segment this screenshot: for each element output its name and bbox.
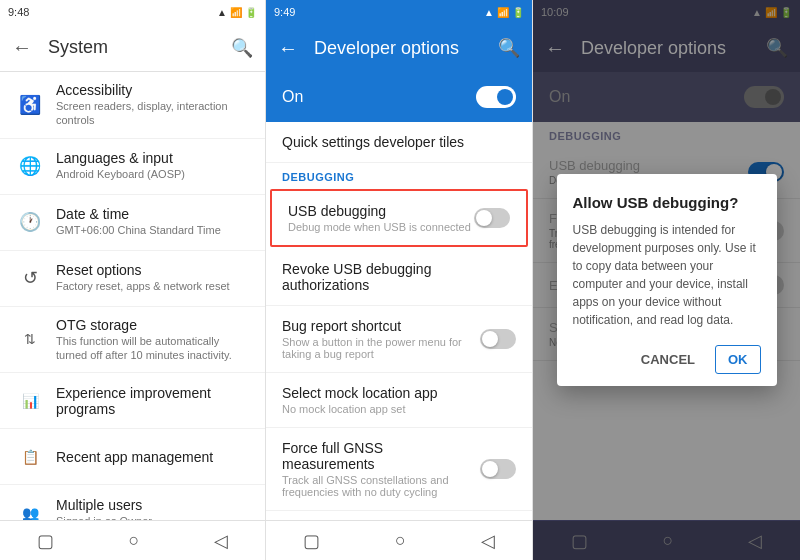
experience-icon: 📊 <box>16 387 44 415</box>
multiuser-title: Multiple users <box>56 497 249 513</box>
otg-subtitle: This function will be automatically turn… <box>56 334 249 363</box>
dialog-overlay: Allow USB debugging? USB debugging is in… <box>533 0 800 560</box>
accessibility-title: Accessibility <box>56 82 249 98</box>
nav-circle-icon[interactable]: ○ <box>129 530 140 551</box>
recentapp-title: Recent app management <box>56 449 249 465</box>
experience-title: Experience improvement programs <box>56 385 249 417</box>
middle-status-icons: ▲ 📶 🔋 <box>484 7 524 18</box>
revoke-usb-item[interactable]: Revoke USB debugging authorizations <box>266 249 532 306</box>
sidebar-item-languages[interactable]: 🌐 Languages & input Android Keyboard (AO… <box>0 139 265 195</box>
mid-signal-icon: ▲ <box>484 7 494 18</box>
usb-debug-toggle[interactable] <box>474 208 510 228</box>
signal-icon: ▲ <box>217 7 227 18</box>
reset-icon: ↺ <box>16 264 44 292</box>
languages-icon: 🌐 <box>16 152 44 180</box>
left-time: 9:48 <box>8 6 29 18</box>
gnss-title: Force full GNSS measurements <box>282 440 472 472</box>
mid-battery-icon: 🔋 <box>512 7 524 18</box>
sidebar-item-recentapp[interactable]: 📋 Recent app management <box>0 429 265 485</box>
left-search-button[interactable]: 🔍 <box>231 37 253 59</box>
datetime-icon: 🕐 <box>16 208 44 236</box>
left-status-icons: ▲ 📶 🔋 <box>217 7 257 18</box>
languages-subtitle: Android Keyboard (AOSP) <box>56 167 249 181</box>
gnss-item[interactable]: Force full GNSS measurements Track all G… <box>266 428 532 511</box>
debugging-section-header: DEBUGGING <box>266 163 532 187</box>
battery-icon: 🔋 <box>245 7 257 18</box>
left-panel: 9:48 ▲ 📶 🔋 ← System 🔍 ♿ Accessibility Sc… <box>0 0 266 560</box>
sidebar-item-datetime[interactable]: 🕐 Date & time GMT+06:00 China Standard T… <box>0 195 265 251</box>
sidebar-item-reset[interactable]: ↺ Reset options Factory reset, apps & ne… <box>0 251 265 307</box>
revoke-usb-title: Revoke USB debugging authorizations <box>282 261 516 293</box>
datetime-subtitle: GMT+06:00 China Standard Time <box>56 223 249 237</box>
sidebar-item-experience[interactable]: 📊 Experience improvement programs <box>0 373 265 429</box>
languages-title: Languages & input <box>56 150 249 166</box>
bug-report-item[interactable]: Bug report shortcut Show a button in the… <box>266 306 532 373</box>
developer-toggle[interactable] <box>476 86 516 108</box>
usb-debug-title: USB debugging <box>288 203 471 219</box>
accessibility-subtitle: Screen readers, display, interaction con… <box>56 99 249 128</box>
reset-title: Reset options <box>56 262 249 278</box>
mock-location-item[interactable]: Select mock location app No mock locatio… <box>266 373 532 428</box>
reset-subtitle: Factory reset, apps & network reset <box>56 279 249 293</box>
mid-wifi-icon: 📶 <box>497 7 509 18</box>
left-back-button[interactable]: ← <box>12 36 32 59</box>
middle-panel: 9:49 ▲ 📶 🔋 ← Developer options 🔍 On Quic… <box>266 0 533 560</box>
sidebar-item-otg[interactable]: ⇅ OTG storage This function will be auto… <box>0 307 265 374</box>
sidebar-item-accessibility[interactable]: ♿ Accessibility Screen readers, display,… <box>0 72 265 139</box>
middle-top-bar: ← Developer options 🔍 <box>266 24 532 72</box>
usb-debug-item[interactable]: USB debugging Debug mode when USB is con… <box>270 189 528 247</box>
middle-on-row: On <box>266 72 532 122</box>
left-scroll-area: ♿ Accessibility Screen readers, display,… <box>0 72 265 520</box>
datetime-title: Date & time <box>56 206 249 222</box>
dialog-actions: CANCEL OK <box>573 345 761 374</box>
usb-debug-dialog: Allow USB debugging? USB debugging is in… <box>557 174 777 386</box>
dialog-body: USB debugging is intended for developmen… <box>573 221 761 329</box>
otg-title: OTG storage <box>56 317 249 333</box>
bug-report-subtitle: Show a button in the power menu for taki… <box>282 336 472 360</box>
dialog-cancel-button[interactable]: CANCEL <box>629 345 707 374</box>
middle-bottom-nav: ▢ ○ ◁ <box>266 520 532 560</box>
wifi-icon: 📶 <box>230 7 242 18</box>
nav-square-icon[interactable]: ▢ <box>37 530 54 552</box>
mid-nav-triangle-icon[interactable]: ◁ <box>481 530 495 552</box>
middle-title: Developer options <box>314 38 498 59</box>
view-attr-item[interactable]: Enable view attribute inspection <box>266 511 532 520</box>
middle-search-button[interactable]: 🔍 <box>498 37 520 59</box>
middle-on-label: On <box>282 88 476 106</box>
middle-time: 9:49 <box>274 6 295 18</box>
multiuser-subtitle: Signed in as Owner <box>56 514 249 520</box>
left-bottom-nav: ▢ ○ ◁ <box>0 520 265 560</box>
middle-back-button[interactable]: ← <box>278 37 298 60</box>
right-panel: 10:09 ▲ 📶 🔋 ← Developer options 🔍 On DEB… <box>533 0 800 560</box>
left-title: System <box>48 37 231 58</box>
usb-debug-subtitle: Debug mode when USB is connected <box>288 221 471 233</box>
mid-nav-circle-icon[interactable]: ○ <box>395 530 406 551</box>
gnss-toggle[interactable] <box>480 459 516 479</box>
left-top-bar: ← System 🔍 <box>0 24 265 72</box>
bug-report-toggle[interactable] <box>480 329 516 349</box>
mock-location-title: Select mock location app <box>282 385 516 401</box>
multiuser-icon: 👥 <box>16 499 44 520</box>
dialog-ok-button[interactable]: OK <box>715 345 761 374</box>
left-status-bar: 9:48 ▲ 📶 🔋 <box>0 0 265 24</box>
accessibility-icon: ♿ <box>16 91 44 119</box>
otg-icon: ⇅ <box>16 325 44 353</box>
mid-nav-square-icon[interactable]: ▢ <box>303 530 320 552</box>
gnss-subtitle: Track all GNSS constellations and freque… <box>282 474 472 498</box>
nav-triangle-icon[interactable]: ◁ <box>214 530 228 552</box>
middle-scroll-area: Quick settings developer tiles DEBUGGING… <box>266 122 532 520</box>
recentapp-icon: 📋 <box>16 443 44 471</box>
quick-settings-item[interactable]: Quick settings developer tiles <box>266 122 532 163</box>
sidebar-item-multiuser[interactable]: 👥 Multiple users Signed in as Owner <box>0 485 265 520</box>
dialog-title: Allow USB debugging? <box>573 194 761 211</box>
mock-location-subtitle: No mock location app set <box>282 403 516 415</box>
bug-report-title: Bug report shortcut <box>282 318 472 334</box>
middle-status-bar: 9:49 ▲ 📶 🔋 <box>266 0 532 24</box>
quick-settings-title: Quick settings developer tiles <box>282 134 516 150</box>
